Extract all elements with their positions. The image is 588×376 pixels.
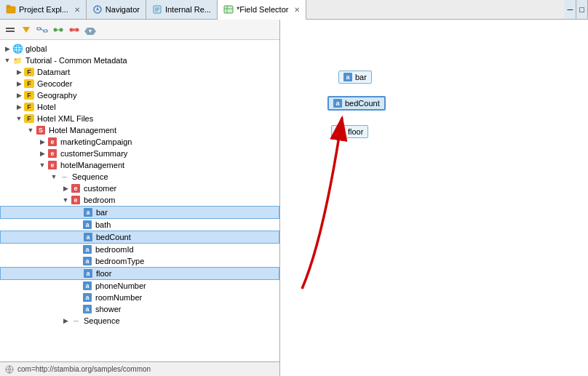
arrow-sequence2: ▶ [61,317,70,324]
blue-a-icon-bedroomid: a [82,244,93,255]
blue-a-icon-bar: a [82,207,94,217]
arrow-bath [73,221,82,228]
dots-icon-sequence2: ··· [70,316,82,326]
label-sequence1: Sequence [72,172,108,181]
field-item-bedcount[interactable]: a bedCount [327,96,386,111]
svg-marker-3 [96,7,99,11]
svg-rect-15 [44,30,47,32]
label-tutorial: Tutorial - Common Metadata [25,56,127,65]
tree-item-customer-summary[interactable]: ▶ e customerSummary [0,148,279,159]
status-bar: com=http://stambia.org/samples/common [0,361,279,376]
red-e-icon-customer: e [70,183,82,193]
tree-item-bedcount[interactable]: a bedCount [0,231,279,244]
tab-project-explorer[interactable]: Project Expl... ✕ [0,0,87,19]
blue-a-icon-bedcount: a [82,232,94,242]
arrow-hotel-mgmt: ▼ [26,127,35,134]
more-button[interactable]: ▼ [83,23,98,37]
svg-point-20 [70,28,74,31]
project-explorer-icon [6,4,16,15]
split-pane: ▼ ▶ 🌐 global ▼ 📁 Tutorial - Common Metad… [0,20,588,376]
tree-item-datamart[interactable]: ▶ F Datamart [0,66,279,78]
tree-item-roomnumber[interactable]: a roomNumber [0,292,279,303]
label-datamart: Datamart [37,68,70,76]
internal-re-icon [152,4,162,15]
tree-item-tutorial[interactable]: ▼ 📁 Tutorial - Common Metadata [0,55,279,66]
tree-item-global[interactable]: ▶ 🌐 global [0,43,279,55]
tab-field-selector-close[interactable]: ✕ [294,6,300,14]
arrow-floor [74,270,82,277]
arrow-datamart: ▶ [15,68,23,76]
label-phonenumber: phoneNumber [95,281,146,290]
tree-item-hotel-mgmt[interactable]: ▼ S Hotel Management [0,124,279,136]
tree-item-sequence2[interactable]: ▶ ··· Sequence [0,315,279,327]
svg-point-21 [76,28,79,31]
svg-text:▼: ▼ [88,28,93,33]
link-button[interactable] [35,23,49,37]
label-global: global [25,44,47,53]
arrow-marketing: ▶ [38,138,47,145]
tree-item-geography[interactable]: ▶ F Geography [0,89,279,101]
collapse-all-button[interactable] [3,23,17,37]
label-bedroomtype: bedroomType [95,257,144,265]
disconnect-button[interactable] [67,23,82,37]
label-bedroom: bedroom [84,196,115,204]
more-icon: ▼ [84,24,96,36]
tree-item-bedroom[interactable]: ▼ e bedroom [0,194,279,206]
tree-item-customer[interactable]: ▶ e customer [0,183,279,194]
arrow-bedroom: ▼ [61,196,70,204]
tab-field-selector[interactable]: *Field Selector ✕ [218,0,307,20]
field-item-bar[interactable]: a bar [338,71,372,84]
panel-toolbar: ▼ [0,20,279,40]
arrow-sequence1: ▼ [49,173,58,180]
tree-item-bedroomid[interactable]: a bedroomId [0,244,279,255]
arrow-global: ▶ [3,45,12,52]
tab-internal-re[interactable]: Internal Re... [146,0,218,19]
tree-item-hotel-management-e[interactable]: ▼ e hotelManagement [0,159,279,171]
arrow-roomnumber [73,294,82,301]
tree-item-geocoder[interactable]: ▶ F Geocoder [0,78,279,89]
svg-rect-12 [6,31,15,32]
arrow-geocoder: ▶ [15,80,23,87]
label-hotel-mgmt: Hotel Management [49,126,116,135]
arrow-hotel-management-e: ▼ [38,161,47,169]
tab-navigator[interactable]: Navigator [87,0,146,19]
arrow-geography: ▶ [15,92,23,99]
tree-item-sequence1[interactable]: ▼ ··· Sequence [0,171,279,183]
tab-project-explorer-close[interactable]: ✕ [74,6,80,14]
tab-minimize[interactable]: ─ [565,0,577,19]
tree-item-marketing[interactable]: ▶ e marketingCampaign [0,136,279,148]
red-e-icon-bedroom: e [70,195,82,205]
svg-rect-0 [7,7,15,13]
main-container: Project Expl... ✕ Navigator Internal Re.… [0,0,588,376]
svg-rect-14 [37,28,41,30]
blue-a-icon-bedroomtype: a [82,256,93,266]
tree-item-hotel-xml[interactable]: ▼ F Hotel XML Files [0,113,279,124]
svg-point-17 [54,28,57,31]
tree-item-hotel[interactable]: ▶ F Hotel [0,101,279,113]
dots-icon-sequence1: ··· [58,172,70,182]
tree-item-bar[interactable]: a bar [0,206,279,219]
field-floor-label: floor [348,127,363,136]
label-marketing: marketingCampaign [60,137,132,146]
tree-item-floor[interactable]: a floor [0,267,279,280]
field-bar-label: bar [355,73,367,81]
collapse-icon [4,24,16,36]
navigator-icon [92,4,103,15]
expand-all-button[interactable] [19,23,33,37]
label-hotel: Hotel [37,103,56,111]
connect-button[interactable] [51,23,65,37]
arrow-bar [74,209,82,216]
tree-item-bedroomtype[interactable]: a bedroomType [0,255,279,267]
tree-item-shower[interactable]: a shower [0,303,279,315]
label-customer-summary: customerSummary [60,149,127,158]
blue-a-icon-floor: a [82,268,94,279]
left-panel: ▼ ▶ 🌐 global ▼ 📁 Tutorial - Common Metad… [0,20,280,376]
arrow-bedroomtype [73,257,82,265]
label-hotel-xml: Hotel XML Files [37,114,93,123]
yellow-folder-icon-geography: F [23,90,35,100]
tree-item-phonenumber[interactable]: a phoneNumber [0,280,279,292]
tree-item-bath[interactable]: a bath [0,219,279,231]
tab-navigator-label: Navigator [106,5,140,14]
field-item-floor[interactable]: a floor [331,125,368,138]
tab-maximize[interactable]: □ [576,0,588,19]
